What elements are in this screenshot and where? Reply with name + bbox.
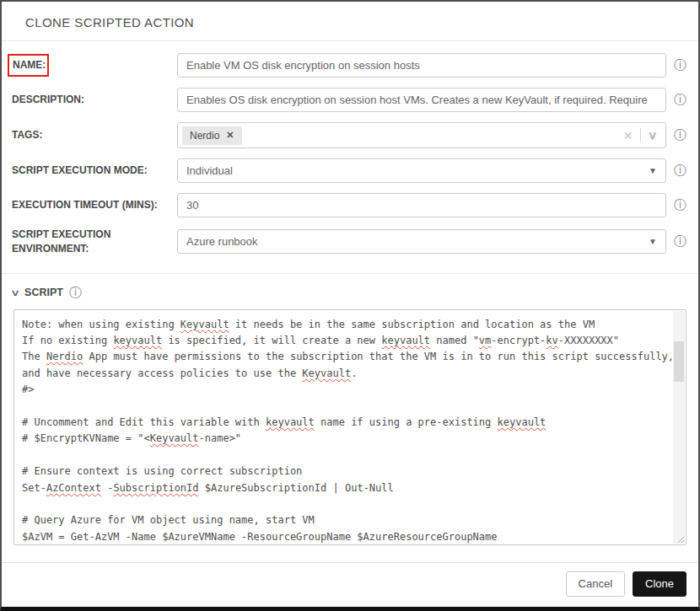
script-section-header: ∨ SCRIPT ⓘ <box>2 274 698 309</box>
execution-mode-select[interactable]: Individual ▼ <box>177 158 666 183</box>
timeout-input[interactable] <box>177 193 666 217</box>
chevron-down-icon[interactable]: ∨ <box>10 287 20 298</box>
tags-label: TAGS: <box>12 129 42 141</box>
description-info-icon[interactable]: ⓘ <box>674 94 687 106</box>
script-code[interactable]: Note: when using existing Keyvault it ne… <box>14 310 686 544</box>
description-input[interactable] <box>177 88 666 112</box>
form-row-timeout: EXECUTION TIMEOUT (MINS): ⓘ <box>12 193 687 217</box>
environment-label: SCRIPT EXECUTION ENVIRONMENT: <box>12 228 110 255</box>
script-section-label: SCRIPT <box>24 287 63 298</box>
form-row-name: NAME: ⓘ <box>12 53 687 78</box>
environment-select[interactable]: Azure runbook ▼ <box>177 229 666 254</box>
script-scrollbar-thumb[interactable] <box>674 341 684 382</box>
tag-chip: Nerdio ✕ <box>182 126 242 145</box>
dialog-footer: Cancel Clone <box>2 562 698 607</box>
timeout-label: EXECUTION TIMEOUT (MINS): <box>12 199 158 211</box>
tags-input[interactable]: Nerdio ✕ ✕ ∨ <box>177 122 666 148</box>
tags-clear-icon[interactable]: ✕ <box>623 130 633 142</box>
tags-separator <box>640 128 641 142</box>
environment-value: Azure runbook <box>186 235 258 248</box>
tags-dropdown-icon[interactable]: ∨ <box>648 130 658 141</box>
clone-button[interactable]: Clone <box>633 571 687 597</box>
dialog-form: NAME: ⓘ DESCRIPTION: ⓘ TAGS: Nerdio ✕ <box>2 41 698 266</box>
script-editor[interactable]: Note: when using existing Keyvault it ne… <box>13 309 687 545</box>
form-row-description: DESCRIPTION: ⓘ <box>12 88 687 112</box>
environment-info-icon[interactable]: ⓘ <box>674 235 687 248</box>
name-info-icon[interactable]: ⓘ <box>674 59 687 72</box>
dialog-header: CLONE SCRIPTED ACTION <box>2 2 698 41</box>
form-row-execution-mode: SCRIPT EXECUTION MODE: Individual ▼ ⓘ <box>12 158 687 183</box>
timeout-info-icon[interactable]: ⓘ <box>674 199 687 212</box>
form-row-environment: SCRIPT EXECUTION ENVIRONMENT: Azure runb… <box>12 228 687 256</box>
name-input[interactable] <box>177 53 666 78</box>
dialog-title: CLONE SCRIPTED ACTION <box>25 15 194 29</box>
annotation-highlight-box: NAME: <box>8 54 49 77</box>
name-label: NAME: <box>13 59 46 71</box>
execution-mode-info-icon[interactable]: ⓘ <box>674 164 687 177</box>
tags-info-icon[interactable]: ⓘ <box>674 129 687 142</box>
execution-mode-label: SCRIPT EXECUTION MODE: <box>12 164 148 176</box>
script-info-icon[interactable]: ⓘ <box>69 287 82 299</box>
tag-chip-label: Nerdio <box>190 130 219 142</box>
cancel-button[interactable]: Cancel <box>566 571 625 597</box>
form-row-tags: TAGS: Nerdio ✕ ✕ ∨ ⓘ <box>12 122 687 148</box>
caret-down-icon: ▼ <box>649 237 657 246</box>
script-scrollbar[interactable] <box>673 311 685 544</box>
tag-remove-icon[interactable]: ✕ <box>226 131 234 140</box>
caret-down-icon: ▼ <box>649 166 657 175</box>
description-label: DESCRIPTION: <box>12 94 84 105</box>
execution-mode-value: Individual <box>186 164 233 177</box>
clone-scripted-action-dialog: CLONE SCRIPTED ACTION NAME: ⓘ DESCRIPTIO… <box>0 0 700 611</box>
resize-grip-icon[interactable] <box>676 535 685 544</box>
